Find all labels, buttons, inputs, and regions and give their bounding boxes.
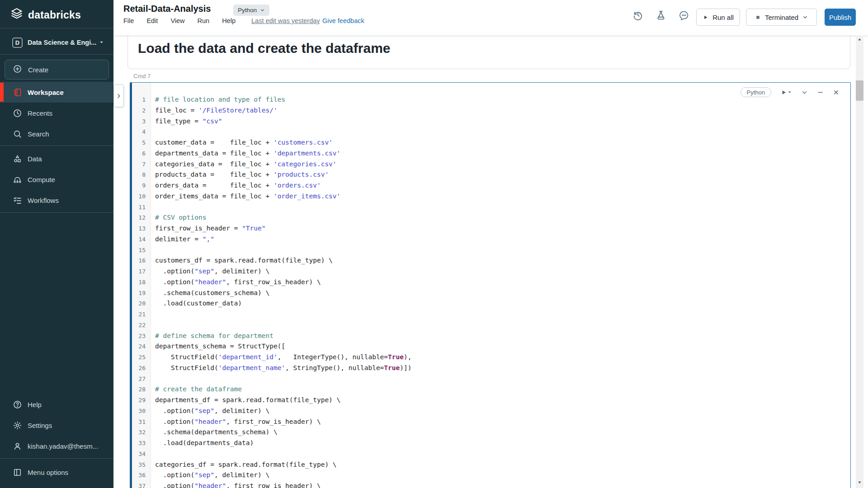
sidebar-group-nav_mid: DataComputeWorkflows <box>0 148 113 211</box>
sidebar-item-workflows[interactable]: Workflows <box>0 190 113 211</box>
code-line[interactable]: 5customer_data = file_loc + 'customers.c… <box>132 137 846 148</box>
run-all-button[interactable]: Run all <box>696 9 740 26</box>
code-line[interactable]: 12# CSV options <box>132 212 846 223</box>
comments-icon[interactable] <box>678 9 690 21</box>
code-line[interactable]: 8products_data = file_loc + 'products.cs… <box>132 169 846 180</box>
databricks-logo-icon <box>10 7 24 23</box>
menu-file[interactable]: File <box>123 17 134 27</box>
code-line[interactable]: 30 .option("sep", delimiter) \ <box>132 406 846 417</box>
workflows-icon <box>13 196 22 205</box>
code-line[interactable]: 11 <box>132 202 846 213</box>
code-line[interactable]: 20 .load(customer_data) <box>132 298 846 309</box>
sidebar-divider <box>0 54 113 55</box>
code-line[interactable]: 14delimiter = "," <box>132 234 846 245</box>
cell-delete-button[interactable] <box>833 89 840 96</box>
line-number: 5 <box>132 137 146 148</box>
cluster-status-dropdown[interactable]: Terminated <box>746 9 817 26</box>
sidebar-divider <box>0 28 113 28</box>
code-cell[interactable]: 1# file location and type of files2file_… <box>130 82 851 488</box>
experiments-flask-icon[interactable] <box>655 9 667 21</box>
code-line[interactable]: 19 .schema(customers_schema) \ <box>132 288 846 299</box>
cell-run-button[interactable] <box>780 89 792 96</box>
menu-help[interactable]: Help <box>222 17 236 27</box>
line-number: 18 <box>132 277 146 288</box>
sidebar-item-settings[interactable]: Settings <box>0 415 113 436</box>
code-line[interactable]: 13first_row_is_header = "True" <box>132 223 846 234</box>
code-text: .load(departments_data) <box>132 438 846 449</box>
chevron-down-icon <box>801 89 808 96</box>
scrollbar-thumb[interactable] <box>856 80 863 101</box>
scrollbar-up-arrow[interactable] <box>856 37 863 43</box>
code-line[interactable]: 28# create the dataframe <box>132 384 846 395</box>
code-line[interactable]: 10order_items_data = file_loc + 'order_i… <box>132 191 846 202</box>
sidebar-item-search[interactable]: Search <box>0 123 113 144</box>
cell-collapse-button[interactable] <box>801 89 808 96</box>
sidebar-group-nav_top: WorkspaceRecentsSearch <box>0 82 113 144</box>
code-text: customer_data = file_loc + 'customers.cs… <box>132 137 846 148</box>
code-line[interactable]: 4 <box>132 127 846 137</box>
sidebar-item-help[interactable]: Help <box>0 394 113 415</box>
code-line[interactable]: 2file_loc = '/FileStore/tables/' <box>132 105 846 116</box>
give-feedback-link[interactable]: Give feedback <box>322 17 364 24</box>
line-number: 24 <box>132 341 146 352</box>
sidebar-divider <box>0 212 113 213</box>
sidebar-expand-toggle[interactable] <box>113 84 124 107</box>
code-line[interactable]: 6departments_data = file_loc + 'departme… <box>132 148 846 159</box>
menu-edit[interactable]: Edit <box>146 17 158 27</box>
menu-view[interactable]: View <box>170 17 184 27</box>
last-edit-link[interactable]: Last edit was yesterday <box>251 17 320 24</box>
minus-icon <box>817 89 824 96</box>
sidebar-item-menu-options[interactable]: Menu options <box>0 462 113 483</box>
code-line[interactable]: 33 .load(departments_data) <box>132 438 846 449</box>
code-line[interactable]: 9orders_data = file_loc + 'orders.csv' <box>132 180 846 191</box>
menu-run[interactable]: Run <box>198 17 210 27</box>
code-line[interactable]: 17 .option("sep", delimiter) \ <box>132 266 846 277</box>
code-line[interactable]: 29departments_df = spark.read.format(fil… <box>132 395 846 406</box>
code-line[interactable]: 35categories_df = spark.read.format(file… <box>132 460 846 470</box>
create-button-label: Create <box>28 66 48 74</box>
code-text: departments_schema = StructType([ <box>132 341 846 352</box>
code-line[interactable]: 31 .option("header", first_row_is_header… <box>132 417 846 427</box>
workspace-switcher[interactable]: D Data Science & Engi... <box>0 33 113 52</box>
code-line[interactable]: 3file_type = "csv" <box>132 116 846 127</box>
code-lines: 1# file location and type of files2file_… <box>132 94 846 488</box>
code-text: .schema(departments_schema) \ <box>132 427 846 438</box>
notebook-title[interactable]: Retail-Data-Analysis <box>123 4 211 14</box>
code-line[interactable]: 22 <box>132 320 846 331</box>
plus-circle-icon <box>13 64 22 75</box>
sidebar-item-account[interactable]: kishan.yadav@thesm... <box>0 436 113 456</box>
sidebar-item-workspace[interactable]: Workspace <box>0 82 113 103</box>
code-text: .option("header", first_row_is_header) \ <box>132 277 846 288</box>
notebook-header: Retail-Data-Analysis Python FileEditView… <box>113 0 868 35</box>
search-icon <box>13 129 22 139</box>
code-line[interactable]: 23# define schema for department <box>132 331 846 342</box>
create-button[interactable]: Create <box>5 60 109 80</box>
sidebar-item-compute[interactable]: Compute <box>0 169 113 190</box>
databricks-logo[interactable]: databricks <box>10 7 81 23</box>
scrollbar-down-arrow[interactable] <box>856 480 863 486</box>
code-line[interactable]: 25 StructField('department_id', IntegerT… <box>132 352 846 363</box>
line-number: 15 <box>132 245 146 256</box>
code-line[interactable]: 32 .schema(departments_schema) \ <box>132 427 846 438</box>
cell-minimize-button[interactable] <box>817 89 824 96</box>
code-line[interactable]: 27 <box>132 374 846 385</box>
help-icon <box>13 400 22 409</box>
code-line[interactable]: 21 <box>132 309 846 320</box>
code-line[interactable]: 24departments_schema = StructType([ <box>132 341 846 352</box>
code-line[interactable]: 26 StructField('department_name', String… <box>132 363 846 374</box>
sidebar-item-data[interactable]: Data <box>0 148 113 169</box>
code-line[interactable]: 7categories_data = file_loc + 'categorie… <box>132 159 846 170</box>
publish-button[interactable]: Publish <box>825 9 856 26</box>
code-line[interactable]: 16customers_df = spark.read.format(file_… <box>132 255 846 266</box>
cell-language-pill[interactable]: Python <box>741 87 771 97</box>
code-line[interactable]: 1# file location and type of files <box>132 94 846 105</box>
notebook-language-dropdown[interactable]: Python <box>233 5 269 16</box>
code-line[interactable]: 37 .option("header", first_row_is_header… <box>132 481 846 488</box>
page-scrollbar[interactable] <box>856 35 863 488</box>
revision-history-icon[interactable] <box>632 9 644 21</box>
code-line[interactable]: 34 <box>132 449 846 460</box>
code-line[interactable]: 15 <box>132 245 846 256</box>
code-line[interactable]: 36 .option("sep", delimiter) \ <box>132 470 846 481</box>
sidebar-item-recents[interactable]: Recents <box>0 103 113 123</box>
code-line[interactable]: 18 .option("header", first_row_is_header… <box>132 277 846 288</box>
